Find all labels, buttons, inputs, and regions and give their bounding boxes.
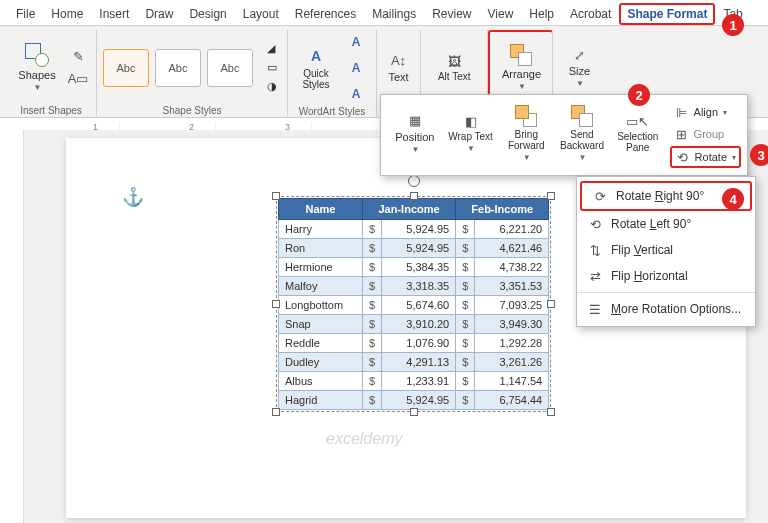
- wrap-text-label: Wrap Text: [448, 131, 493, 142]
- bring-forward-icon: [515, 105, 537, 127]
- resize-handle[interactable]: [547, 300, 555, 308]
- selection-pane-button[interactable]: ▭↖ Selection Pane: [610, 99, 666, 167]
- resize-handle[interactable]: [272, 408, 280, 416]
- arrange-button[interactable]: Arrange ▼: [496, 35, 546, 101]
- cell-currency: $: [456, 296, 475, 315]
- shapes-label: Shapes: [18, 69, 55, 81]
- cell-feb: 7,093.25: [475, 296, 549, 315]
- align-label: Align: [694, 106, 718, 118]
- tab-mailings[interactable]: Mailings: [364, 3, 424, 25]
- flip-horizontal-item[interactable]: ⇄ Flip Horizontal: [577, 263, 755, 289]
- wrap-text-button[interactable]: ◧ Wrap Text▼: [443, 99, 499, 167]
- tab-review[interactable]: Review: [424, 3, 479, 25]
- position-icon: ▦: [407, 113, 423, 129]
- size-button[interactable]: ⤢ Size ▼: [559, 35, 599, 101]
- shape-outline-button[interactable]: ▭: [263, 59, 281, 76]
- send-backward-button[interactable]: Send Backward▼: [554, 99, 610, 167]
- style-preset-2[interactable]: Abc: [155, 49, 201, 87]
- tab-acrobat[interactable]: Acrobat: [562, 3, 619, 25]
- cell-currency: $: [456, 315, 475, 334]
- tab-help[interactable]: Help: [521, 3, 562, 25]
- cell-name: Ron: [279, 239, 363, 258]
- resize-handle[interactable]: [272, 300, 280, 308]
- cell-feb: 3,949.30: [475, 315, 549, 334]
- more-rotation-options-item[interactable]: ☰ More Rotation Options...: [577, 296, 755, 322]
- cell-jan: 3,318.35: [382, 277, 456, 296]
- resize-handle[interactable]: [547, 192, 555, 200]
- table-row: Longbottom$5,674.60$7,093.25: [279, 296, 549, 315]
- tab-view[interactable]: View: [480, 3, 522, 25]
- tab-draw[interactable]: Draw: [137, 3, 181, 25]
- alt-text-button[interactable]: 🖼 Alt Text: [434, 35, 474, 101]
- table-row: Dudley$4,291.13$3,261.26: [279, 353, 549, 372]
- arrange-dropdown: ▦ Position▼ ◧ Wrap Text▼ Bring Forward▼ …: [380, 94, 748, 176]
- rotate-left-icon: ⟲: [587, 216, 603, 232]
- tab-design[interactable]: Design: [181, 3, 234, 25]
- group-shape-styles: Abc Abc Abc ◢ ▭ ◑ Shape Styles: [97, 30, 288, 118]
- tab-layout[interactable]: Layout: [235, 3, 287, 25]
- text-direction-button[interactable]: A↕ Text: [381, 35, 417, 101]
- text-fill-button[interactable]: A: [342, 30, 370, 54]
- style-preset-1[interactable]: Abc: [103, 49, 149, 87]
- rotate-left-label: Rotate Left 90°: [611, 217, 691, 231]
- align-button[interactable]: ⊫Align▾: [670, 102, 741, 122]
- chevron-down-icon: ▼: [576, 79, 584, 88]
- wordart-icon: A: [306, 46, 326, 66]
- position-button[interactable]: ▦ Position▼: [387, 99, 443, 167]
- resize-handle[interactable]: [547, 408, 555, 416]
- tab-home[interactable]: Home: [43, 3, 91, 25]
- text-effects-button[interactable]: A: [342, 82, 370, 106]
- cell-currency: $: [456, 372, 475, 391]
- arrange-icon: [510, 44, 532, 66]
- table-row: Hermione$5,384.35$4,738.22: [279, 258, 549, 277]
- watermark: exceldemy: [326, 430, 402, 448]
- text-outline-button[interactable]: A: [342, 56, 370, 80]
- ribbon-tabs: File Home Insert Draw Design Layout Refe…: [0, 0, 768, 26]
- style-preset-3[interactable]: Abc: [207, 49, 253, 87]
- cell-jan: 1,233.91: [382, 372, 456, 391]
- table-row: Malfoy$3,318.35$3,351.53: [279, 277, 549, 296]
- text-box-button[interactable]: A▭: [66, 69, 90, 89]
- group-button: ⊞Group: [670, 124, 741, 144]
- position-label: Position: [395, 131, 434, 143]
- rotate-left-90-item[interactable]: ⟲ Rotate Left 90°: [577, 211, 755, 237]
- more-rotation-icon: ☰: [587, 301, 603, 317]
- tab-shape-format[interactable]: Shape Format: [619, 3, 715, 25]
- cell-jan: 1,076.90: [382, 334, 456, 353]
- callout-badge-1: 1: [722, 14, 744, 36]
- cell-feb: 3,351.53: [475, 277, 549, 296]
- tab-insert[interactable]: Insert: [91, 3, 137, 25]
- edit-shape-button[interactable]: ✎: [66, 47, 90, 67]
- effects-icon: ◑: [267, 80, 277, 93]
- text-fill-icon: A: [346, 32, 366, 52]
- cell-currency: $: [363, 315, 382, 334]
- cell-feb: 4,738.22: [475, 258, 549, 277]
- resize-handle[interactable]: [410, 192, 418, 200]
- cell-currency: $: [363, 391, 382, 410]
- size-icon: ⤢: [571, 47, 587, 63]
- text-effects-icon: A: [346, 84, 366, 104]
- shape-fill-button[interactable]: ◢: [263, 40, 281, 57]
- rotate-handle[interactable]: [408, 175, 420, 187]
- cell-name: Snap: [279, 315, 363, 334]
- cell-feb: 6,221.20: [475, 220, 549, 239]
- resize-handle[interactable]: [272, 192, 280, 200]
- cell-currency: $: [456, 220, 475, 239]
- send-backward-label: Send Backward: [555, 129, 609, 151]
- rotate-button[interactable]: ⟲Rotate▾: [670, 146, 741, 168]
- shape-effects-button[interactable]: ◑: [263, 78, 281, 95]
- tab-file[interactable]: File: [8, 3, 43, 25]
- selected-object[interactable]: Name Jan-Income Feb-Income Harry$5,924.9…: [276, 196, 551, 412]
- data-table: Name Jan-Income Feb-Income Harry$5,924.9…: [278, 198, 549, 410]
- cell-jan: 5,924.95: [382, 220, 456, 239]
- cell-jan: 4,291.13: [382, 353, 456, 372]
- cell-currency: $: [363, 353, 382, 372]
- quick-styles-button[interactable]: A Quick Styles: [294, 35, 338, 101]
- flip-vertical-item[interactable]: ⇅ Flip Vertical: [577, 237, 755, 263]
- tab-references[interactable]: References: [287, 3, 364, 25]
- resize-handle[interactable]: [410, 408, 418, 416]
- cell-currency: $: [456, 239, 475, 258]
- text-outline-icon: A: [346, 58, 366, 78]
- bring-forward-button[interactable]: Bring Forward▼: [498, 99, 554, 167]
- shapes-button[interactable]: Shapes ▼: [12, 35, 62, 101]
